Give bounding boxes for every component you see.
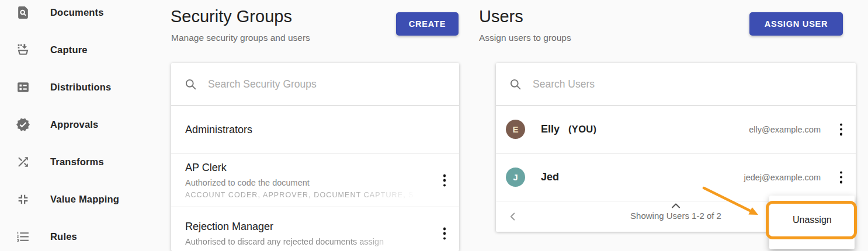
user-email: elly@example.com	[749, 125, 821, 134]
kebab-menu-icon[interactable]	[439, 226, 450, 241]
group-description: Authorised to discard any rejected docum…	[185, 237, 424, 246]
pagination-status: Showing Users 1-2 of 2	[630, 211, 721, 221]
search-icon	[184, 78, 197, 91]
security-groups-search	[171, 63, 459, 106]
group-roles: ACCOUNT CODER, APPROVER, DOCUMENT CAPTUR…	[185, 191, 424, 199]
users-title: Users	[479, 7, 523, 26]
group-name: Administrators	[185, 124, 424, 136]
user-email: jedej@example.com	[744, 173, 821, 182]
group-row-administrators[interactable]: Administrators	[171, 106, 459, 154]
document-search-icon	[16, 5, 30, 20]
kebab-menu-icon[interactable]	[836, 170, 846, 184]
approval-badge-icon	[16, 117, 30, 132]
create-button[interactable]: CREATE	[396, 12, 459, 36]
security-groups-search-input[interactable]	[207, 78, 446, 91]
sidebar-item-transforms[interactable]: Transforms	[0, 143, 153, 180]
avatar: E	[506, 120, 525, 139]
user-name: Jed	[541, 171, 559, 183]
value-mapping-icon	[16, 192, 30, 207]
kebab-menu-icon[interactable]	[439, 173, 450, 188]
group-row-rejection-manager[interactable]: Rejection Manager Authorised to discard …	[171, 207, 459, 251]
group-name: Rejection Manager	[185, 221, 424, 233]
group-row-ap-clerk[interactable]: AP Clerk Authorized to code the document…	[171, 154, 459, 207]
sidebar: Documents Capture Distributions	[0, 0, 153, 251]
kebab-menu-icon[interactable]	[836, 122, 846, 137]
chevron-up-icon[interactable]	[671, 203, 680, 208]
sidebar-item-approvals[interactable]: Approvals	[0, 106, 153, 143]
unassign-menu-item[interactable]: Unassign	[769, 206, 855, 234]
user-row-elly[interactable]: E Elly (YOU) elly@example.com	[496, 106, 856, 154]
sidebar-item-label: Documents	[50, 7, 104, 18]
security-groups-subtitle: Manage security groups and users	[171, 33, 310, 43]
user-name: Elly	[541, 123, 560, 135]
pagination-center: Showing Users 1-2 of 2	[630, 203, 721, 221]
app-window: Documents Capture Distributions	[0, 0, 868, 251]
avatar: J	[506, 168, 525, 187]
capture-tray-icon	[16, 43, 30, 57]
sidebar-item-distributions[interactable]: Distributions	[0, 68, 153, 106]
sidebar-item-label: Approvals	[50, 119, 99, 130]
user-you-tag: (YOU)	[568, 124, 596, 135]
sidebar-item-documents[interactable]: Documents	[0, 0, 153, 31]
users-search-input[interactable]	[532, 78, 843, 91]
sidebar-item-rules[interactable]: Rules	[0, 218, 153, 251]
assign-user-button[interactable]: ASSIGN USER	[749, 12, 843, 36]
sidebar-item-label: Distributions	[50, 82, 111, 93]
sidebar-item-value-mapping[interactable]: Value Mapping	[0, 180, 153, 218]
group-name: AP Clerk	[185, 162, 424, 174]
distributions-card-icon	[16, 80, 30, 95]
numbered-list-icon	[16, 229, 30, 244]
previous-page-icon[interactable]	[506, 210, 519, 223]
sidebar-item-label: Transforms	[50, 156, 104, 168]
security-groups-card: Administrators AP Clerk Authorized to co…	[171, 63, 459, 251]
users-subtitle: Assign users to groups	[479, 33, 571, 43]
group-description: Authorized to code the document	[185, 178, 424, 187]
sidebar-item-label: Capture	[50, 44, 88, 55]
user-row-jed[interactable]: J Jed jedej@example.com	[496, 154, 856, 201]
sidebar-item-label: Value Mapping	[50, 194, 119, 205]
shuffle-icon	[16, 155, 30, 169]
search-icon	[509, 78, 522, 91]
sidebar-item-capture[interactable]: Capture	[0, 31, 153, 68]
context-menu: Unassign	[769, 196, 855, 249]
users-search	[496, 63, 856, 106]
security-groups-title: Security Groups	[171, 7, 292, 26]
sidebar-item-label: Rules	[50, 231, 77, 242]
